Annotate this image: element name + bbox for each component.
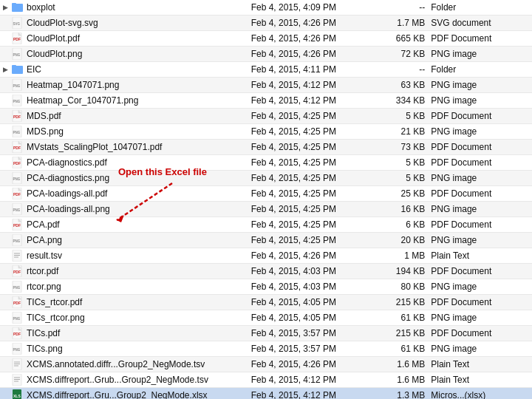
table-row[interactable]: SVG CloudPlot-svg.svgFeb 4, 2015, 4:26 P… — [0, 16, 532, 31]
file-size: 194 KB — [380, 264, 428, 279]
txt-icon — [12, 250, 24, 262]
file-name: XCMS.annotated.diffr...Group2_NegMode.ts… — [27, 359, 205, 369]
table-row[interactable]: PDF PCA-loadings-all.pdfFeb 4, 2015, 4:2… — [0, 186, 532, 202]
file-name-cell: PDF rtcor.pdf — [0, 264, 248, 279]
file-size: 61 KB — [380, 341, 428, 357]
table-row[interactable]: PDF MDS.pdfFeb 4, 2015, 4:25 PM5 KBPDF D… — [0, 109, 532, 124]
svg-text:PNG: PNG — [13, 177, 21, 181]
table-row[interactable]: PNG PCA-diagnostics.pngFeb 4, 2015, 4:25… — [0, 171, 532, 186]
svg-text:PDF: PDF — [13, 161, 21, 166]
file-name-cell: PDF PCA-loadings-all.pdf — [0, 186, 248, 202]
folder-icon — [12, 64, 24, 75]
file-name: PCA-loadings-all.png — [27, 204, 110, 214]
table-row[interactable]: PDF TICs.pdfFeb 4, 2015, 3:57 PM215 KBPD… — [0, 326, 532, 341]
pdf-icon: PDF — [12, 110, 24, 122]
file-kind: PNG image — [428, 202, 532, 217]
table-row[interactable]: PDF MVstats_ScalingPlot_1047071.pdfFeb 4… — [0, 140, 532, 155]
file-kind: Plain Text — [428, 248, 532, 264]
file-name-cell: PNG PCA-loadings-all.png — [0, 202, 248, 217]
table-row[interactable]: PNG MDS.pngFeb 4, 2015, 4:25 PM21 KBPNG … — [0, 124, 532, 140]
file-kind: PDF Document — [428, 264, 532, 279]
file-date: Feb 4, 2015, 4:26 PM — [248, 248, 381, 264]
file-name-cell: PNG rtcor.png — [0, 279, 248, 295]
file-name-cell: PNG TICs.png — [0, 341, 248, 357]
table-row[interactable]: XCMS.diffreport..Grub...Group2_NegMode.t… — [0, 372, 532, 388]
file-date: Feb 4, 2015, 4:11 PM — [248, 62, 381, 78]
file-name-cell: PDF PCA-diagnostics.pdf — [0, 155, 248, 171]
file-kind: PDF Document — [428, 326, 532, 341]
file-name: PCA-diagnostics.png — [27, 173, 109, 183]
txt-icon — [12, 374, 24, 386]
png-icon: PNG — [12, 343, 24, 355]
table-row[interactable]: PDF rtcor.pdfFeb 4, 2015, 4:03 PM194 KBP… — [0, 264, 532, 279]
table-row[interactable]: PNG rtcor.pngFeb 4, 2015, 4:03 PM80 KBPN… — [0, 279, 532, 295]
file-list: ▶ boxplotFeb 4, 2015, 4:09 PM--Folder SV… — [0, 0, 532, 399]
table-row[interactable]: PDF PCA-diagnostics.pdfFeb 4, 2015, 4:25… — [0, 155, 532, 171]
table-row[interactable]: PDF CloudPlot.pdfFeb 4, 2015, 4:26 PM665… — [0, 31, 532, 47]
file-date: Feb 4, 2015, 4:26 PM — [248, 357, 381, 372]
file-kind: Micros...(xlsx) — [428, 388, 532, 400]
pdf-icon: PDF — [12, 296, 24, 308]
file-name: TICs.pdf — [27, 328, 60, 338]
file-date: Feb 4, 2015, 4:25 PM — [248, 202, 381, 217]
pdf-icon: PDF — [12, 141, 24, 153]
file-name: CloudPlot-svg.svg — [27, 18, 98, 28]
svg-text:PDF: PDF — [13, 115, 21, 119]
file-size: 5 KB — [380, 171, 428, 186]
file-name-cell: PNG MDS.png — [0, 124, 248, 140]
file-kind: SVG document — [428, 16, 532, 31]
table-row[interactable]: ▶ EICFeb 4, 2015, 4:11 PM--Folder — [0, 62, 532, 78]
table-row[interactable]: PNG Heatmap_1047071.pngFeb 4, 2015, 4:12… — [0, 78, 532, 93]
disclosure-triangle[interactable]: ▶ — [3, 4, 10, 11]
file-date: Feb 4, 2015, 4:12 PM — [248, 388, 381, 400]
file-date: Feb 4, 2015, 4:25 PM — [248, 155, 381, 171]
file-name: rtcor.png — [27, 282, 61, 292]
table-row[interactable]: PDF PCA.pdfFeb 4, 2015, 4:25 PM6 KBPDF D… — [0, 217, 532, 233]
table-row[interactable]: PNG TICs_rtcor.pngFeb 4, 2015, 4:05 PM61… — [0, 310, 532, 326]
table-row[interactable]: PNG PCA-loadings-all.pngFeb 4, 2015, 4:2… — [0, 202, 532, 217]
file-size: 665 KB — [380, 31, 428, 47]
file-name-cell: ▶ EIC — [0, 62, 248, 78]
file-size: 334 KB — [380, 93, 428, 109]
file-kind: PNG image — [428, 279, 532, 295]
table-row[interactable]: PDF TICs_rtcor.pdfFeb 4, 2015, 4:05 PM21… — [0, 295, 532, 310]
table-row[interactable]: XCMS.annotated.diffr...Group2_NegMode.ts… — [0, 357, 532, 372]
file-size: 63 KB — [380, 78, 428, 93]
svg-text:PDF: PDF — [13, 192, 21, 197]
file-kind: Folder — [428, 0, 532, 16]
svg-text:PNG: PNG — [13, 239, 21, 243]
file-name-cell: ▶ boxplot — [0, 0, 248, 16]
png-icon: PNG — [12, 172, 24, 184]
file-kind: PDF Document — [428, 140, 532, 155]
file-name-cell: PDF MDS.pdf — [0, 109, 248, 124]
pdf-icon: PDF — [12, 265, 24, 277]
png-icon: PNG — [12, 234, 24, 246]
table-row[interactable]: PNG PCA.pngFeb 4, 2015, 4:25 PM20 KBPNG … — [0, 233, 532, 248]
file-name-cell: PDF PCA.pdf — [0, 217, 248, 233]
table-row[interactable]: PNG Heatmap_Cor_1047071.pngFeb 4, 2015, … — [0, 93, 532, 109]
file-name: XCMS.diffreport..Grub...Group2_NegMode.t… — [27, 375, 208, 385]
file-size: 1.6 MB — [380, 357, 428, 372]
file-name: TICs_rtcor.png — [27, 313, 85, 323]
file-name-cell: PDF MVstats_ScalingPlot_1047071.pdf — [0, 140, 248, 155]
file-date: Feb 4, 2015, 4:12 PM — [248, 372, 381, 388]
file-date: Feb 4, 2015, 4:25 PM — [248, 140, 381, 155]
txt-icon — [12, 358, 24, 370]
table-row[interactable]: result.tsvFeb 4, 2015, 4:26 PM1 MBPlain … — [0, 248, 532, 264]
file-name: PCA-loadings-all.pdf — [27, 188, 107, 199]
svg-text:PNG: PNG — [13, 100, 21, 103]
table-row[interactable]: XLS XCMS.diffreport..Gru...Group2_NegMod… — [0, 388, 532, 400]
file-size: 6 KB — [380, 217, 428, 233]
png-icon: PNG — [12, 95, 24, 106]
file-kind: PDF Document — [428, 109, 532, 124]
file-name-cell: PNG TICs_rtcor.png — [0, 310, 248, 326]
disclosure-triangle[interactable]: ▶ — [3, 66, 10, 73]
file-date: Feb 4, 2015, 4:12 PM — [248, 93, 381, 109]
table-row[interactable]: ▶ boxplotFeb 4, 2015, 4:09 PM--Folder — [0, 0, 532, 16]
table-row[interactable]: PNG CloudPlot.pngFeb 4, 2015, 4:26 PM72 … — [0, 47, 532, 62]
table-row[interactable]: PNG TICs.pngFeb 4, 2015, 3:57 PM61 KBPNG… — [0, 341, 532, 357]
xlsx-icon: XLS — [12, 389, 24, 399]
file-name-cell: PNG Heatmap_1047071.png — [0, 78, 248, 93]
file-kind: PNG image — [428, 47, 532, 62]
pdf-icon: PDF — [12, 219, 24, 231]
